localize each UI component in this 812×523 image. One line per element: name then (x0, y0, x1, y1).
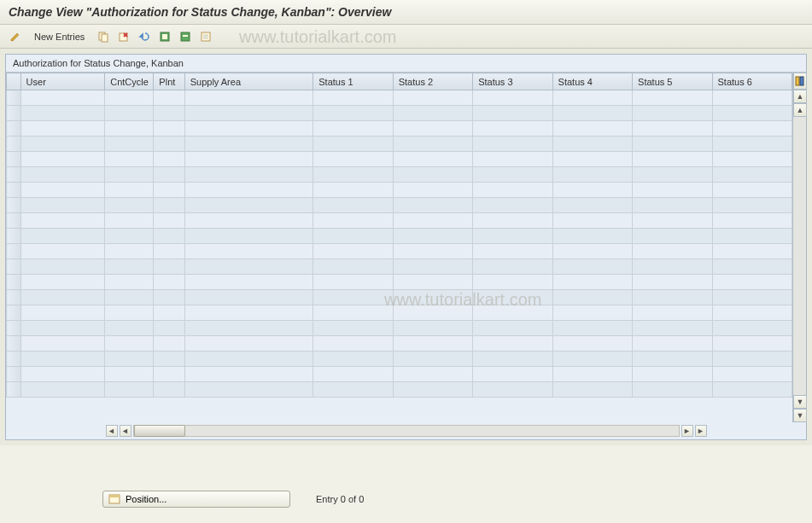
table-cell[interactable] (633, 183, 712, 198)
table-cell[interactable] (552, 198, 632, 213)
toggle-display-change-icon[interactable] (7, 28, 24, 45)
table-cell[interactable] (184, 137, 313, 152)
table-cell[interactable] (184, 259, 313, 275)
table-cell[interactable] (20, 352, 105, 367)
table-cell[interactable] (633, 152, 712, 167)
table-cell[interactable] (20, 275, 105, 290)
scroll-down-arrow[interactable]: ▼ (793, 409, 807, 422)
table-cell[interactable] (552, 382, 632, 398)
table-cell[interactable] (154, 121, 184, 137)
table-cell[interactable] (154, 90, 184, 106)
row-selector[interactable] (7, 352, 21, 367)
table-cell[interactable] (633, 167, 712, 183)
select-all-icon[interactable] (156, 28, 173, 45)
table-cell[interactable] (20, 183, 105, 198)
column-header-status6[interactable]: Status 6 (712, 73, 792, 90)
table-cell[interactable] (313, 213, 393, 229)
table-cell[interactable] (154, 152, 184, 167)
table-cell[interactable] (154, 244, 184, 259)
table-cell[interactable] (105, 352, 154, 367)
table-cell[interactable] (552, 352, 632, 367)
scroll-right-arrow[interactable]: ► (681, 425, 693, 437)
table-cell[interactable] (633, 244, 712, 259)
table-cell[interactable] (633, 213, 712, 229)
table-cell[interactable] (20, 229, 105, 244)
table-cell[interactable] (154, 106, 184, 121)
table-cell[interactable] (712, 229, 792, 244)
table-cell[interactable] (393, 382, 472, 398)
table-cell[interactable] (393, 305, 472, 321)
table-cell[interactable] (712, 198, 792, 213)
table-cell[interactable] (105, 167, 154, 183)
table-cell[interactable] (184, 167, 313, 183)
table-cell[interactable] (105, 198, 154, 213)
table-cell[interactable] (154, 290, 184, 305)
row-selector[interactable] (7, 336, 21, 352)
hscroll-track[interactable] (133, 425, 680, 437)
column-header-status2[interactable]: Status 2 (393, 73, 472, 90)
table-cell[interactable] (633, 198, 712, 213)
table-cell[interactable] (633, 137, 712, 152)
scroll-down-arrow[interactable]: ▼ (793, 395, 807, 409)
table-cell[interactable] (473, 290, 552, 305)
table-cell[interactable] (154, 336, 184, 352)
column-header-plnt[interactable]: Plnt (154, 73, 184, 90)
table-cell[interactable] (184, 244, 313, 259)
table-cell[interactable] (473, 106, 552, 121)
table-cell[interactable] (313, 259, 393, 275)
table-cell[interactable] (552, 90, 632, 106)
table-cell[interactable] (633, 275, 712, 290)
table-cell[interactable] (473, 90, 552, 106)
table-cell[interactable] (184, 367, 313, 382)
table-cell[interactable] (552, 106, 632, 121)
table-cell[interactable] (552, 137, 632, 152)
table-row[interactable] (7, 213, 792, 229)
table-cell[interactable] (154, 275, 184, 290)
column-header-cntcycle[interactable]: CntCycle (105, 73, 154, 90)
table-cell[interactable] (20, 90, 105, 106)
table-cell[interactable] (184, 382, 313, 398)
table-row[interactable] (7, 382, 792, 398)
table-cell[interactable] (633, 90, 712, 106)
table-cell[interactable] (313, 290, 393, 305)
table-cell[interactable] (633, 121, 712, 137)
table-cell[interactable] (473, 259, 552, 275)
table-cell[interactable] (712, 290, 792, 305)
table-cell[interactable] (105, 152, 154, 167)
table-cell[interactable] (20, 305, 105, 321)
table-cell[interactable] (473, 305, 552, 321)
hscroll-thumb[interactable] (134, 425, 185, 437)
table-cell[interactable] (552, 152, 632, 167)
table-cell[interactable] (20, 290, 105, 305)
column-header-status5[interactable]: Status 5 (633, 73, 712, 90)
row-selector[interactable] (7, 367, 21, 382)
table-row[interactable] (7, 229, 792, 244)
row-selector[interactable] (7, 382, 21, 398)
table-cell[interactable] (20, 382, 105, 398)
table-cell[interactable] (313, 367, 393, 382)
table-cell[interactable] (154, 213, 184, 229)
table-cell[interactable] (105, 275, 154, 290)
table-cell[interactable] (473, 167, 552, 183)
table-cell[interactable] (393, 183, 472, 198)
table-cell[interactable] (105, 137, 154, 152)
table-cell[interactable] (393, 198, 472, 213)
table-cell[interactable] (105, 106, 154, 121)
table-cell[interactable] (105, 90, 154, 106)
table-cell[interactable] (313, 137, 393, 152)
table-cell[interactable] (20, 213, 105, 229)
table-cell[interactable] (154, 167, 184, 183)
table-cell[interactable] (184, 213, 313, 229)
table-cell[interactable] (712, 321, 792, 336)
table-cell[interactable] (154, 183, 184, 198)
table-cell[interactable] (712, 367, 792, 382)
table-cell[interactable] (552, 259, 632, 275)
table-cell[interactable] (552, 305, 632, 321)
table-cell[interactable] (313, 183, 393, 198)
table-cell[interactable] (105, 121, 154, 137)
table-cell[interactable] (473, 244, 552, 259)
table-cell[interactable] (473, 121, 552, 137)
table-cell[interactable] (105, 336, 154, 352)
row-selector[interactable] (7, 244, 21, 259)
table-cell[interactable] (393, 259, 472, 275)
